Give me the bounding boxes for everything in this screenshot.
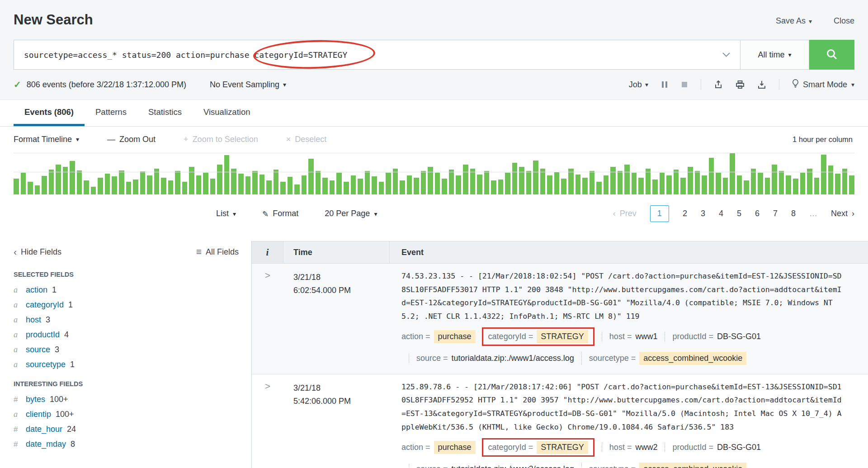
timeline-bar[interactable] bbox=[428, 167, 433, 194]
timeline-bar[interactable] bbox=[435, 173, 440, 194]
timeline-bar[interactable] bbox=[660, 173, 665, 194]
timeline-bar[interactable] bbox=[105, 174, 110, 194]
timeline-bar[interactable] bbox=[800, 173, 806, 194]
timeline-bar[interactable] bbox=[576, 175, 581, 194]
deselect-button[interactable]: × Deselect bbox=[286, 135, 327, 144]
zoom-out-button[interactable]: — Zoom Out bbox=[107, 135, 156, 144]
event-field-categoryId[interactable]: categoryId =STRATEGY bbox=[482, 327, 594, 346]
field-item-action[interactable]: aaction1 bbox=[14, 283, 239, 298]
timeline-bar[interactable] bbox=[140, 171, 146, 194]
timeline-bar[interactable] bbox=[245, 176, 251, 194]
timeline-bar[interactable] bbox=[259, 175, 265, 194]
next-page-button[interactable]: Next › bbox=[831, 209, 854, 218]
timeline-bar[interactable] bbox=[470, 169, 476, 194]
timeline-bar[interactable] bbox=[84, 180, 89, 194]
timeline-bar[interactable] bbox=[126, 182, 132, 194]
save-as-button[interactable]: Save As ▾ bbox=[776, 16, 812, 26]
tab-visualization[interactable]: Visualization bbox=[193, 100, 261, 126]
timeline-bar[interactable] bbox=[505, 173, 510, 194]
event-field-host[interactable]: host =www2 bbox=[602, 443, 658, 452]
timeline-bar[interactable] bbox=[400, 180, 405, 194]
timeline-bar[interactable] bbox=[266, 180, 272, 194]
timeline-bar[interactable] bbox=[730, 153, 735, 194]
timeline-bar[interactable] bbox=[456, 175, 461, 194]
timeline-bar[interactable] bbox=[498, 180, 504, 194]
timeline-bar[interactable] bbox=[217, 165, 222, 194]
field-item-bytes[interactable]: #bytes100+ bbox=[14, 392, 239, 407]
timeline-bar[interactable] bbox=[596, 182, 602, 194]
timeline-bar[interactable] bbox=[70, 161, 75, 194]
timeline-bar[interactable] bbox=[484, 171, 490, 194]
timeline-bar[interactable] bbox=[674, 170, 679, 194]
timeline-bar[interactable] bbox=[695, 171, 700, 194]
field-item-host[interactable]: ahost3 bbox=[14, 312, 239, 327]
timeline-bar[interactable] bbox=[203, 173, 208, 194]
event-raw-text[interactable]: 74.53.23.135 - - [21/Mar/2018:18:02:54] … bbox=[401, 269, 843, 323]
prev-page-button[interactable]: ‹ Prev bbox=[613, 209, 637, 218]
timeline-bar[interactable] bbox=[35, 185, 40, 194]
event-field-sourcetype[interactable]: sourcetype =access_combined_wcookie bbox=[581, 463, 747, 468]
event-field-productId[interactable]: productId =DB-SG-G01 bbox=[665, 443, 761, 452]
timeline-bar[interactable] bbox=[519, 167, 524, 194]
timeline-bar[interactable] bbox=[42, 176, 47, 194]
timeline-bar[interactable] bbox=[393, 169, 398, 194]
time-range-picker[interactable]: All time ▾ bbox=[741, 40, 809, 70]
timeline-bar[interactable] bbox=[554, 172, 560, 194]
timeline-bar[interactable] bbox=[807, 169, 812, 194]
event-sampling-dropdown[interactable]: No Event Sampling ▾ bbox=[210, 80, 286, 90]
timeline-bar[interactable] bbox=[646, 169, 651, 194]
timeline-bar[interactable] bbox=[182, 182, 188, 194]
timeline-bar[interactable] bbox=[821, 155, 826, 194]
timeline-bar[interactable] bbox=[604, 175, 609, 194]
timeline-bar[interactable] bbox=[231, 169, 236, 194]
timeline-bar[interactable] bbox=[308, 159, 314, 194]
tab-statistics[interactable]: Statistics bbox=[137, 100, 193, 126]
timeline-bar[interactable] bbox=[414, 178, 419, 194]
timeline-bar[interactable] bbox=[161, 178, 166, 194]
field-value[interactable]: STRATEGY bbox=[537, 441, 588, 454]
timeline-bar[interactable] bbox=[526, 171, 532, 194]
field-value[interactable]: STRATEGY bbox=[537, 330, 588, 343]
timeline-bar[interactable] bbox=[294, 184, 300, 194]
timeline-bar[interactable] bbox=[666, 175, 672, 194]
timeline-bar[interactable] bbox=[238, 174, 244, 194]
timeline-bar[interactable] bbox=[765, 178, 770, 194]
timeline-bar[interactable] bbox=[154, 169, 160, 194]
timeline-bar[interactable] bbox=[449, 170, 454, 194]
timeline-bar[interactable] bbox=[835, 174, 840, 194]
page-3[interactable]: 3 bbox=[701, 209, 705, 218]
timeline-bar[interactable] bbox=[652, 180, 658, 194]
format-timeline-button[interactable]: Format Timeline ▾ bbox=[14, 135, 79, 144]
field-value[interactable]: www1 bbox=[635, 332, 657, 341]
timeline-bar[interactable] bbox=[133, 180, 138, 194]
timeline-bar[interactable] bbox=[561, 179, 566, 194]
timeline-bar[interactable] bbox=[98, 178, 103, 194]
timeline-bar[interactable] bbox=[119, 170, 124, 194]
tab-events-806[interactable]: Events (806) bbox=[14, 100, 85, 126]
timeline-bar[interactable] bbox=[540, 169, 546, 194]
timeline-bar[interactable] bbox=[288, 177, 293, 194]
page-4[interactable]: 4 bbox=[719, 209, 723, 218]
timeline-bar[interactable] bbox=[330, 180, 335, 194]
timeline-bar[interactable] bbox=[842, 169, 848, 194]
timeline-bar[interactable] bbox=[351, 175, 356, 194]
timeline-bar[interactable] bbox=[779, 171, 784, 194]
timeline-bar[interactable] bbox=[274, 170, 279, 194]
field-value[interactable]: tutorialdata.zip:./www2/access.log bbox=[452, 464, 574, 468]
field-item-date_hour[interactable]: #date_hour24 bbox=[14, 422, 239, 437]
timeline-bar[interactable] bbox=[688, 167, 693, 194]
timeline-bar[interactable] bbox=[716, 173, 721, 194]
event-field-source[interactable]: source =tutorialdata.zip:./www2/access.l… bbox=[409, 464, 574, 468]
print-icon[interactable] bbox=[736, 80, 745, 89]
timeline-bar[interactable] bbox=[590, 171, 595, 194]
timeline-bar[interactable] bbox=[723, 178, 728, 194]
timeline-bar[interactable] bbox=[547, 175, 552, 194]
timeline-bar[interactable] bbox=[624, 165, 630, 194]
timeline-bar[interactable] bbox=[582, 178, 588, 194]
timeline-bar[interactable] bbox=[491, 180, 496, 194]
event-field-action[interactable]: action =purchase bbox=[401, 441, 476, 454]
timeline-bar[interactable] bbox=[386, 173, 391, 194]
timeline-bar[interactable] bbox=[463, 165, 468, 194]
page-6[interactable]: 6 bbox=[755, 209, 760, 218]
timeline-bar[interactable] bbox=[210, 179, 216, 194]
